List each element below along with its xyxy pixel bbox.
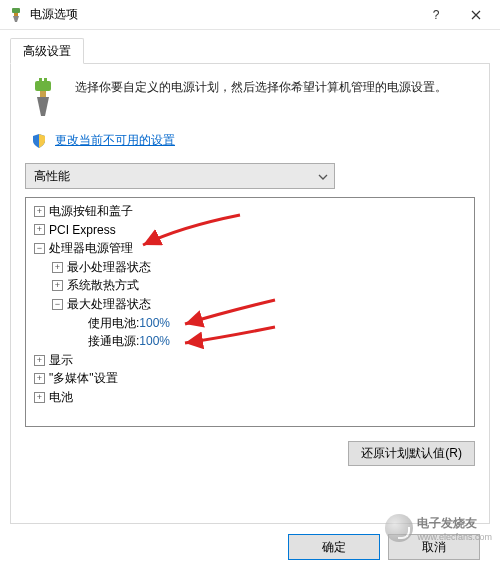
battery-plug-icon (25, 78, 65, 118)
restore-row: 还原计划默认值(R) (25, 441, 475, 466)
svg-rect-2 (35, 81, 51, 91)
tree-item-display[interactable]: +显示 (30, 351, 470, 370)
collapse-icon[interactable]: − (52, 299, 63, 310)
svg-rect-0 (12, 8, 20, 13)
expand-icon[interactable]: + (34, 392, 45, 403)
svg-rect-5 (40, 91, 46, 97)
tree-item-power-buttons[interactable]: +电源按钮和盖子 (30, 202, 470, 221)
svg-rect-3 (39, 78, 42, 81)
power-options-icon (8, 7, 24, 23)
expand-icon[interactable]: + (34, 224, 45, 235)
intro-row: 选择你要自定义的电源计划，然后选择你希望计算机管理的电源设置。 (25, 78, 475, 118)
expand-icon[interactable]: + (34, 373, 45, 384)
tree-item-on-battery[interactable]: 使用电池: 100% (30, 314, 470, 333)
plan-selected: 高性能 (34, 168, 70, 185)
tab-panel: 选择你要自定义的电源计划，然后选择你希望计算机管理的电源设置。 更改当前不可用的… (10, 64, 490, 524)
watermark-text: 电子发烧友 (417, 515, 492, 532)
content-area: 高级设置 选择你要自定义的电源计划，然后选择你希望计算机管理的电源设置。 更改当… (0, 30, 500, 534)
close-button[interactable] (456, 1, 496, 29)
on-battery-value[interactable]: 100% (139, 314, 170, 333)
expand-icon[interactable]: + (34, 355, 45, 366)
intro-text: 选择你要自定义的电源计划，然后选择你希望计算机管理的电源设置。 (75, 78, 447, 97)
tab-advanced[interactable]: 高级设置 (10, 38, 84, 64)
close-icon (471, 10, 481, 20)
collapse-icon[interactable]: − (34, 243, 45, 254)
tree-item-battery[interactable]: +电池 (30, 388, 470, 407)
tree-wrap: +电源按钮和盖子 +PCI Express −处理器电源管理 +最小处理器状态 … (25, 197, 475, 427)
tree-item-max-processor[interactable]: −最大处理器状态 (30, 295, 470, 314)
plugged-in-value[interactable]: 100% (139, 332, 170, 351)
expand-icon[interactable]: + (52, 280, 63, 291)
shield-icon (31, 133, 47, 149)
window-title: 电源选项 (30, 6, 416, 23)
restore-defaults-button[interactable]: 还原计划默认值(R) (348, 441, 475, 466)
ok-button[interactable]: 确定 (288, 534, 380, 560)
watermark: 电子发烧友 www.elecfans.com (385, 514, 492, 542)
titlebar: 电源选项 ? (0, 0, 500, 30)
shield-row: 更改当前不可用的设置 (31, 132, 475, 149)
tree-item-multimedia[interactable]: +"多媒体"设置 (30, 369, 470, 388)
change-unavailable-link[interactable]: 更改当前不可用的设置 (55, 132, 175, 149)
tree-item-plugged-in[interactable]: 接通电源: 100% (30, 332, 470, 351)
tree-item-processor-power[interactable]: −处理器电源管理 (30, 239, 470, 258)
chevron-down-icon (318, 169, 328, 183)
svg-rect-1 (14, 13, 18, 16)
svg-rect-4 (44, 78, 47, 81)
watermark-url: www.elecfans.com (417, 532, 492, 542)
tree-item-pci-express[interactable]: +PCI Express (30, 221, 470, 240)
tree-item-min-processor[interactable]: +最小处理器状态 (30, 258, 470, 277)
tab-row: 高级设置 (10, 38, 490, 64)
watermark-logo-icon (385, 514, 413, 542)
expand-icon[interactable]: + (52, 262, 63, 273)
expand-icon[interactable]: + (34, 206, 45, 217)
settings-tree[interactable]: +电源按钮和盖子 +PCI Express −处理器电源管理 +最小处理器状态 … (25, 197, 475, 427)
plan-dropdown[interactable]: 高性能 (25, 163, 335, 189)
help-button[interactable]: ? (416, 1, 456, 29)
tree-item-cooling[interactable]: +系统散热方式 (30, 276, 470, 295)
